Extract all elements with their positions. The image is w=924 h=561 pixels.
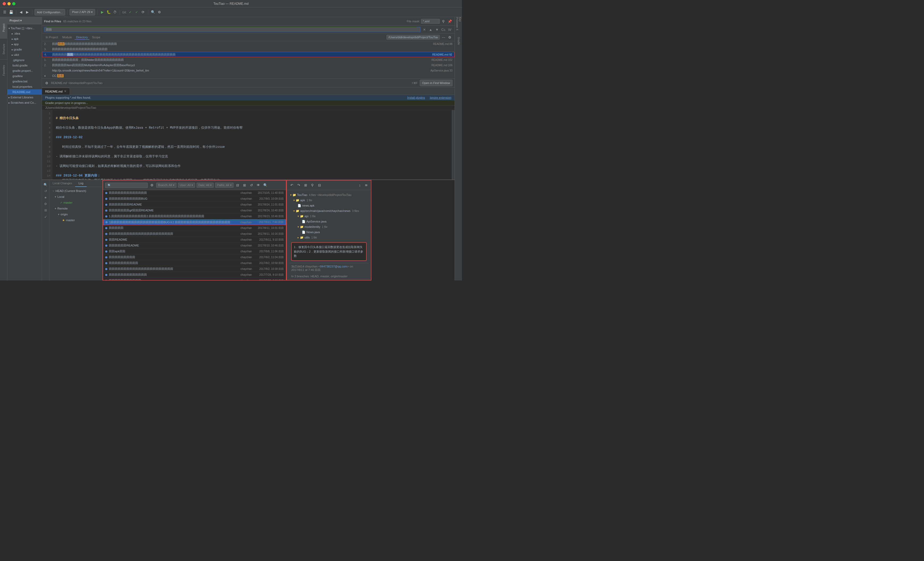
search-log-icon[interactable]: 🔍 — [263, 183, 268, 188]
find-search-input[interactable] — [44, 27, 420, 32]
find-result-row[interactable]: 2. 田田田田田田田田田田田田田田田田田田田田田田 README.md 88 — [42, 41, 454, 47]
next-result-icon[interactable]: ▼ — [434, 27, 440, 32]
search-everywhere-icon[interactable]: 🔍 — [150, 10, 156, 15]
git-file-apiservice[interactable]: 📄 ApiService.java — [289, 219, 369, 224]
gear-git-icon[interactable]: ⚙ — [43, 201, 48, 207]
git-log-search-input[interactable] — [105, 183, 148, 188]
git-check-icon[interactable]: ✓ — [128, 10, 133, 15]
gradle-tab[interactable]: Gradle — [455, 33, 462, 49]
tree-item-local-properties[interactable]: local.properties — [8, 84, 42, 89]
branch-remote-header[interactable]: ▾ Remote — [54, 206, 100, 211]
git-file-tree-model[interactable]: ▾ 📁 model/entity 1 file — [289, 224, 369, 229]
file-mask-input[interactable] — [421, 19, 440, 24]
git-log-row[interactable]: 田田田田田田田gif田田田README chaychan 2017/8/24, … — [103, 208, 286, 214]
git-file-tree-app[interactable]: ▾ 📁 app/src/main/java/com/chaychan/news … — [289, 208, 369, 214]
profile-icon[interactable]: ⏱ — [112, 10, 118, 15]
filter-icon[interactable]: ⚲ — [310, 183, 315, 188]
git-log-row[interactable]: 1.田田田田田田田田田田田田2.田田田田田田田田田田田田田田田田田田田 chay… — [103, 214, 286, 220]
device-button[interactable]: Pixel 2 API 29 ▾ — [70, 9, 95, 15]
branch-item-head[interactable]: ⑂ HEAD (Current Branch) — [51, 188, 100, 194]
tree-item-external-libs[interactable]: ▸ External Libraries — [8, 95, 42, 100]
editor-tab-readme[interactable]: README.md ✕ — [42, 88, 70, 95]
tree-item-app[interactable]: ▸ app — [8, 42, 42, 47]
debug-icon[interactable]: 🐛 — [106, 10, 111, 15]
add-config-button[interactable]: Add Configuration... — [34, 9, 65, 15]
undo-icon[interactable]: ↶ — [289, 183, 294, 188]
sort-icon[interactable]: ↕ — [357, 183, 362, 188]
branch-master[interactable]: ✓ master — [54, 200, 100, 206]
diff-icon[interactable]: ≋ — [363, 183, 369, 188]
find-result-row-selected[interactable]: 4. 田田田田田田田田田田田田田田田田田田田田田田田田田田田田田田田田田田田田田… — [42, 52, 454, 57]
git-log-row[interactable]: 田田田田田田田田田田田田田 chaychan 2017/10/5, 11:40 … — [103, 190, 286, 196]
git-log-row[interactable]: 田田田田田田田田田 chaychan 2017/8/2, 11:04 田田 — [103, 254, 286, 260]
find-result-row[interactable]: 3. 田田田田田田田田田田田田田田田田田田田 — [42, 47, 454, 52]
git-file-tree-apk[interactable]: ▾ 📁 apk 1 file — [289, 197, 369, 203]
find-result-row[interactable]: http://js.snssdk.com/api/news/feed/v54/?… — [42, 68, 454, 73]
group-icon[interactable]: ⊟ — [316, 183, 322, 188]
tree-item-uikit[interactable]: ▸ uikit — [8, 52, 42, 57]
star-git-icon[interactable]: ★ — [43, 195, 48, 200]
browse-icon[interactable]: ⋯ — [441, 35, 446, 40]
ignore-extension-link[interactable]: Ignore extension — [430, 96, 452, 99]
whole-word-icon[interactable]: W — [447, 27, 452, 32]
branch-origin-header[interactable]: ▾ origin — [54, 211, 100, 217]
scope-tab-directory[interactable]: Directory — [75, 35, 90, 40]
git-log-row[interactable]: 田田田田田田田田田田田田田 chaychan 2017/7/28, 9:10 田… — [103, 272, 286, 278]
settings-icon[interactable]: ⚙ — [157, 10, 162, 15]
git-log-row[interactable]: 田田apk田田 chaychan 2017/8/8, 11:06 田田 — [103, 248, 286, 254]
key-promoter-tab[interactable]: Key Promoter X — [455, 17, 462, 33]
tree-item-gradle[interactable]: ▸ gradle — [8, 47, 42, 52]
git-log-row-selected[interactable]: 1田田田田田田田田田田田田田田田田田田BUG②2.田田田田田田田田田田田田田田田… — [103, 220, 286, 225]
git-log-row[interactable]: 田田田田田 chaychan 2017/8/11, 10:31 田田 — [103, 225, 286, 231]
hide-git-icon[interactable]: ↙ — [43, 214, 48, 220]
date-filter[interactable]: Date: All ▾ — [196, 183, 214, 188]
find-result-row[interactable]: ● CC 田田 — [42, 73, 454, 78]
refresh-git-icon[interactable]: ↺ — [43, 188, 48, 194]
expand-log-icon[interactable]: ⊞ — [242, 183, 248, 188]
tree-item-idea[interactable]: ▸ .idea — [8, 31, 42, 36]
code-content[interactable]: # 精仿今日头条 精仿今日头条，数据是抓取今日头条App的数据。使用RxJava… — [52, 110, 452, 179]
git-tab-log[interactable]: Log — [75, 180, 86, 187]
save-icon[interactable]: 💾 — [9, 10, 14, 15]
back-icon[interactable]: ◀ — [18, 10, 24, 15]
log-settings-icon[interactable]: ⚙ — [149, 183, 154, 188]
scope-tab-project[interactable]: In Project — [44, 35, 60, 40]
tree-item-gradlew-bat[interactable]: gradlew.bat — [8, 79, 42, 84]
branch-local-header[interactable]: ▾ Local — [54, 194, 100, 200]
find-result-row[interactable]: 2. 田田田田田Item田田田田MultipleItemRvAdapter田田B… — [42, 63, 454, 68]
collapse-log-icon[interactable]: ⊟ — [235, 183, 240, 188]
tree-item-apk[interactable]: ▸ apk — [8, 36, 42, 42]
run-icon[interactable]: ▶ — [100, 10, 105, 15]
open-in-find-window-button[interactable]: Open in Find Window — [420, 80, 452, 86]
scope-path-input[interactable] — [387, 35, 440, 40]
filter-icon[interactable]: ⚲ — [441, 19, 446, 24]
git-file-tree-root[interactable]: ▾ 📁 TouTiao 4 files ~/develop/didiProjec… — [289, 192, 369, 197]
git-log-row[interactable]: 田田田田田田田田田田田田田田田田田田田田田田 chaychan 2017/8/2… — [103, 266, 286, 272]
user-filter[interactable]: User: All ▾ — [178, 183, 195, 188]
find-result-row[interactable]: 1. 田田田田田田田田田，田田fidder田田田田田田田田田田 README.m… — [42, 57, 454, 63]
search-git-icon[interactable]: 🔍 — [43, 182, 48, 188]
tree-item-toutiao[interactable]: ▾ TouTiao [;] ~/dev... — [8, 26, 42, 31]
scope-tab-scope[interactable]: Scope — [91, 35, 102, 40]
forward-icon[interactable]: ▶ — [25, 10, 30, 15]
branch-filter[interactable]: Branch: All ▾ — [156, 183, 176, 188]
clear-search-icon[interactable]: ✕ — [422, 27, 427, 32]
redo-icon[interactable]: ↷ — [296, 183, 301, 188]
maximize-button[interactable] — [12, 2, 15, 5]
project-tab[interactable]: Project — [0, 17, 8, 38]
scope-tab-module[interactable]: Module — [61, 35, 74, 40]
close-button[interactable] — [3, 2, 6, 5]
refresh-log-icon[interactable]: ↺ — [249, 183, 254, 188]
git-file-news-java[interactable]: 📄 News.java — [289, 229, 369, 235]
tree-item-gitignore[interactable]: .gitignore — [8, 57, 42, 63]
structure-tab[interactable]: Structure — [0, 38, 8, 60]
close-tab-icon[interactable]: ✕ — [64, 90, 66, 93]
git-fetch-icon[interactable]: ⟳ — [141, 10, 146, 15]
tree-item-gradle-properties[interactable]: gradle.propert... — [8, 68, 42, 74]
tree-item-scratches[interactable]: ▸ Scratches and Co... — [8, 100, 42, 105]
git-log-row[interactable]: 田田田田田田田田田田 chaychan 2017/8/2, 10:58 田田 — [103, 260, 286, 266]
settings-icon-2[interactable]: ⚙ — [447, 35, 452, 40]
git-log-row[interactable]: 田田README chaychan 2017/8/11, 9:10 田田 — [103, 237, 286, 243]
install-plugins-link[interactable]: Install plugins — [407, 96, 425, 99]
git-tab-local-changes[interactable]: Local Changes — [50, 180, 75, 186]
